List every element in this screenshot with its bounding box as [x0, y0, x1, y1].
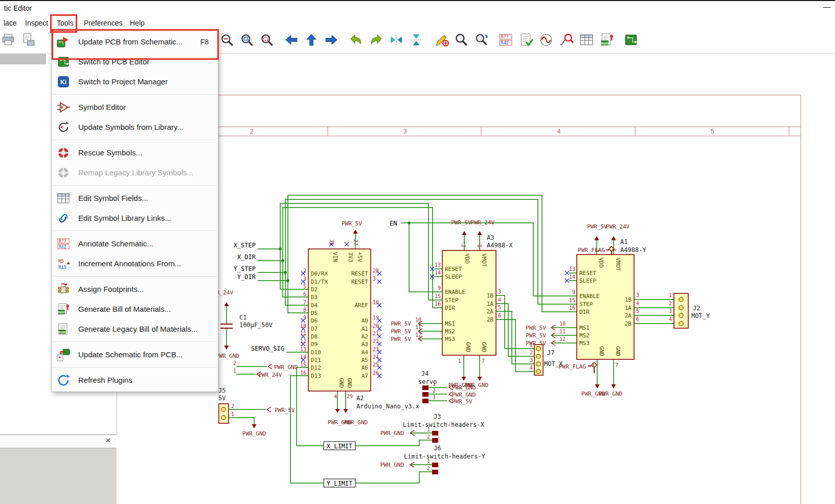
menu-item-rescue-symbols[interactable]: Rescue Symbols... — [52, 143, 218, 163]
menu-item-assign-footprints[interactable]: Assign Footprints... — [52, 279, 218, 299]
refresh-plugins-icon — [57, 374, 70, 387]
menubar-item-tools[interactable]: Tools — [55, 17, 76, 29]
symbol-fields-icon — [57, 192, 70, 205]
menu-item-annotate-schematic[interactable]: R??R42Annotate Schematic... — [52, 234, 218, 254]
simulator-icon[interactable] — [538, 32, 555, 49]
svg-text:D5: D5 — [311, 310, 318, 316]
menubar: laceInspectToolsPreferencesHelp — [0, 15, 835, 31]
svg-text:3: 3 — [373, 276, 376, 282]
svg-text:PWR_5V: PWR_5V — [526, 340, 546, 347]
svg-text:18: 18 — [373, 300, 379, 305]
svg-text:1: 1 — [592, 362, 595, 368]
svg-text:PWR_5V: PWR_5V — [391, 320, 411, 327]
print-page-icon[interactable] — [20, 32, 37, 49]
redo-icon[interactable] — [368, 32, 386, 49]
pcb-editor-icon[interactable] — [623, 32, 640, 49]
svg-text:6: 6 — [636, 316, 639, 322]
svg-text:11: 11 — [559, 329, 566, 334]
print-icon[interactable] — [0, 32, 17, 49]
svg-text:8: 8 — [611, 248, 617, 251]
svg-text:1B: 1B — [625, 296, 632, 303]
menu-separator — [53, 276, 217, 277]
menu-item-generate-legacy-bill-of-materials[interactable]: bomGenerate Legacy Bill of Materials... — [52, 319, 218, 339]
svg-text:3: 3 — [669, 308, 672, 314]
bom-icon[interactable]: bom — [599, 32, 616, 49]
menu-item-label: Refresh Plugins — [78, 376, 132, 384]
mirror-vertical-icon[interactable] — [408, 32, 425, 49]
svg-text:D12: D12 — [311, 364, 321, 371]
svg-text:5: 5 — [636, 308, 639, 314]
svg-text:10: 10 — [559, 321, 566, 327]
menu-item-update-schematic-from-pcb[interactable]: Update Schematic from PCB... — [52, 345, 218, 364]
zoom-selection-icon[interactable] — [259, 32, 276, 49]
svg-text:A1: A1 — [362, 326, 368, 332]
svg-text:13: 13 — [300, 347, 306, 352]
svg-text:1: 1 — [530, 342, 533, 348]
svg-text:A4988-Y: A4988-Y — [620, 246, 646, 254]
svg-text:6: 6 — [498, 313, 501, 318]
svg-text:Ki: Ki — [60, 79, 66, 86]
menubar-item-preferences[interactable]: Preferences — [82, 17, 124, 29]
menu-item-update-pcb-from-schematic[interactable]: Update PCB from Schematic...F8 — [52, 32, 218, 52]
menu-item-edit-symbol-library-links[interactable]: Edit Symbol Library Links... — [52, 208, 218, 228]
svg-text:X_DIR: X_DIR — [237, 254, 256, 261]
annotate-icon[interactable]: R??R42 — [498, 32, 515, 49]
svg-text:GND: GND — [346, 378, 353, 388]
menu-item-refresh-plugins[interactable]: Refresh Plugins — [52, 370, 218, 390]
zoom-fit-icon[interactable] — [239, 32, 256, 49]
menu-item-generate-bill-of-materials[interactable]: bomGenerate Bill of Materials... — [52, 299, 218, 319]
menu-item-label: Switch to Project Manager — [78, 77, 168, 86]
menubar-item-lace[interactable]: lace — [2, 17, 19, 29]
zoom-out-icon[interactable] — [219, 32, 236, 49]
svg-text:26: 26 — [373, 370, 379, 376]
menu-item-update-symbols-from-library[interactable]: Update Symbols from Library... — [52, 117, 218, 137]
find-replace-icon[interactable] — [473, 32, 491, 49]
svg-text:A2: A2 — [356, 395, 364, 402]
svg-text:7: 7 — [303, 300, 306, 305]
menu-item-remap-legacy-library-symbols[interactable]: Remap Legacy Library Symbols... — [52, 163, 218, 182]
find-icon[interactable] — [453, 32, 470, 49]
undo-icon[interactable] — [348, 32, 365, 49]
svg-text:ENABLE: ENABLE — [579, 293, 600, 300]
menu-item-edit-symbol-fields[interactable]: Edit Symbol Fields... — [52, 188, 218, 208]
svg-text:25: 25 — [373, 362, 379, 368]
svg-text:PWR_5V: PWR_5V — [587, 223, 607, 230]
menubar-item-inspect[interactable]: Inspect — [23, 17, 50, 29]
menu-item-symbol-editor[interactable]: Symbol Editor — [52, 97, 218, 117]
svg-text:4: 4 — [636, 301, 639, 306]
svg-text:4: 4 — [498, 297, 501, 303]
menu-item-switch-to-project-manager[interactable]: KiSwitch to Project Manager — [52, 72, 218, 91]
symbol-fields-icon[interactable] — [578, 32, 596, 49]
erc-check-icon[interactable] — [518, 32, 535, 49]
menubar-item-help[interactable]: Help — [128, 17, 147, 29]
svg-text:2: 2 — [669, 301, 672, 306]
mirror-horizontal-icon[interactable] — [388, 32, 405, 49]
svg-text:MS1: MS1 — [445, 320, 455, 327]
minimize-button[interactable]: — — [821, 2, 833, 14]
probe-icon[interactable] — [558, 32, 576, 49]
svg-text:J5: J5 — [218, 387, 225, 394]
menu-item-increment-annotations-from[interactable]: R5R15Increment Annotations From... — [52, 254, 218, 273]
menu-item-switch-to-pcb-editor[interactable]: Switch to PCB Editor — [52, 52, 218, 72]
svg-text:D8: D8 — [311, 333, 318, 340]
svg-text:2A: 2A — [487, 308, 494, 315]
svg-text:RESET: RESET — [351, 270, 368, 277]
schematic-setup-icon[interactable] — [434, 32, 451, 49]
svg-text:5: 5 — [498, 305, 501, 310]
svg-text:STEP: STEP — [445, 297, 459, 304]
svg-text:J6: J6 — [434, 445, 441, 452]
svg-text:9: 9 — [572, 289, 575, 295]
svg-text:4: 4 — [557, 128, 561, 135]
navigate-forward-icon[interactable] — [323, 32, 341, 49]
navigate-back-icon[interactable] — [283, 32, 301, 49]
svg-text:VDD: VDD — [598, 258, 604, 268]
svg-text:15: 15 — [300, 362, 306, 368]
svg-text:12: 12 — [559, 336, 566, 342]
svg-text:R??: R?? — [501, 34, 509, 39]
svg-text:PWR_GND: PWR_GND — [380, 430, 404, 437]
svg-text:PWR_FLAG: PWR_FLAG — [578, 247, 605, 254]
menu-separator — [53, 231, 217, 231]
navigate-up-icon[interactable] — [303, 32, 321, 49]
close-icon[interactable]: × — [106, 436, 110, 445]
svg-text:bom: bom — [58, 330, 66, 333]
